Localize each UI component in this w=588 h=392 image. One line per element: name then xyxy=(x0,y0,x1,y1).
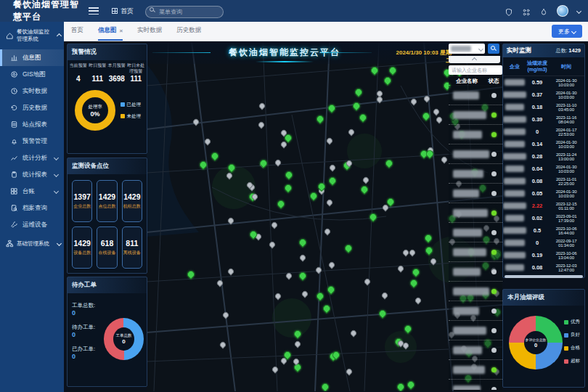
menu-search-input[interactable] xyxy=(145,6,224,18)
sidebar: 餐饮油烟监控管理系统 信息图GIS地图实时数据历史数据站点报表预警管理统计分析统… xyxy=(0,22,64,392)
close-icon[interactable]: × xyxy=(120,28,123,34)
enterprise-row[interactable] xyxy=(449,321,502,340)
sidebar-item-GIS地图[interactable]: GIS地图 xyxy=(0,66,64,83)
status-dot xyxy=(491,348,497,353)
horizontal-scrollbar[interactable] xyxy=(505,275,583,278)
enterprise-row[interactable] xyxy=(449,223,502,242)
enterprise-row[interactable] xyxy=(449,301,502,321)
alert-panel-title: 预警情况 xyxy=(68,44,147,60)
sidebar-item-站点报表[interactable]: 站点报表 xyxy=(0,116,64,133)
enterprise-row[interactable] xyxy=(449,164,502,184)
monitor-row[interactable]: 02024-01-17 22:53:00 xyxy=(503,126,584,138)
report-icon xyxy=(10,121,18,128)
enterprise-row[interactable] xyxy=(449,282,502,301)
legend-item: 合格 xyxy=(564,345,580,351)
tab-实时数据[interactable]: 实时数据 xyxy=(137,22,162,41)
monitor-row[interactable]: 0.142024-01-30 10:03:00 xyxy=(503,138,584,150)
enterprise-row[interactable] xyxy=(449,380,502,390)
enterprise-row[interactable] xyxy=(449,184,502,203)
chevron-down-icon[interactable] xyxy=(576,8,581,13)
workorder-panel: 待办工单 工单总数:0待办工单:0已办工单:0 工单总数 0 xyxy=(67,277,147,387)
monitor-row[interactable]: 0.082023-12-03 12:47:00 xyxy=(503,261,584,274)
workorder-stat: 工单总数:0 xyxy=(72,298,104,317)
blurred-company-name xyxy=(504,178,526,184)
enterprise-search-button[interactable] xyxy=(488,44,499,54)
status-dot xyxy=(491,289,497,294)
sidebar-item-档案查询[interactable]: 档案查询 xyxy=(0,200,64,216)
enterprise-row[interactable] xyxy=(449,144,502,164)
legend-item: 未处理 xyxy=(121,113,142,120)
apps-icon[interactable] xyxy=(522,7,531,15)
tab-信息图[interactable]: 信息图× xyxy=(98,22,123,41)
blurred-company-name xyxy=(503,153,526,160)
compass-icon xyxy=(10,70,18,78)
legend-item: 良好 xyxy=(564,332,580,338)
monitor-row[interactable]: 0.182023-11-10 03:45:00 xyxy=(503,101,584,113)
chevron-down-icon xyxy=(54,189,59,194)
grid-icon xyxy=(112,8,118,14)
app-root: 餐饮油烟管理智慧平台 首页 餐饮油烟监控管理系统 信息图GIS地图实时数据历史数… xyxy=(0,0,588,392)
notification-icon[interactable] xyxy=(539,7,548,15)
workorder-stat: 已办工单:0 xyxy=(72,341,104,360)
sidebar-item-预警管理[interactable]: 预警管理 xyxy=(0,133,64,150)
monitor-row[interactable]: 0.52023-10-06 16:44:00 xyxy=(503,224,584,237)
tab-首页[interactable]: 首页 xyxy=(71,22,83,41)
alert-panel: 预警情况 当前预警4昨日预警111本月预警3698昨日未处理预警111 处理率 … xyxy=(67,44,147,154)
chevron-down-icon xyxy=(57,241,62,246)
enterprise-row[interactable] xyxy=(449,125,502,144)
menu-toggle-icon[interactable] xyxy=(89,7,99,15)
tabbar: 首页信息图×实时数据历史数据 更多 xyxy=(64,22,588,41)
enterprise-row[interactable] xyxy=(449,262,502,282)
tab-历史数据[interactable]: 历史数据 xyxy=(176,22,201,41)
rating-panel-title: 本月油烟评级 xyxy=(503,290,584,306)
device-panel: 监测设备点位 1397企业总数1429点位总数1429机组总数1429设备总数6… xyxy=(67,158,147,274)
sidebar-item-台账[interactable]: 台账 xyxy=(0,183,64,200)
topbar-home-tab[interactable]: 首页 xyxy=(112,7,134,16)
status-dot xyxy=(491,171,497,176)
enterprise-select[interactable] xyxy=(449,44,485,54)
enterprise-name-input[interactable] xyxy=(449,65,502,75)
enterprise-row[interactable] xyxy=(449,360,502,380)
monitor-row[interactable]: 0.372024-01-30 10:03:00 xyxy=(503,89,584,101)
blurred-company-name xyxy=(453,385,481,391)
monitor-row[interactable]: 0.082023-11-01 22:25:00 xyxy=(503,175,584,187)
list-collapse-toggle[interactable] xyxy=(449,56,500,63)
enterprise-row[interactable] xyxy=(449,242,502,262)
monitor-row[interactable]: 0.392023-11-16 08:04:00 xyxy=(503,113,584,126)
monitor-row[interactable]: 0.022023-09-01 17:39:00 xyxy=(503,212,584,224)
monitor-row[interactable]: 0.042024-01-30 10:03:00 xyxy=(503,163,584,175)
enterprise-row[interactable] xyxy=(449,340,502,360)
monitor-row[interactable]: 0.592024-01-30 10:03:00 xyxy=(503,76,584,89)
blurred-company-name xyxy=(453,229,482,237)
enterprise-row[interactable] xyxy=(449,86,502,105)
status-dot xyxy=(491,328,497,333)
sidebar-item-信息图[interactable]: 信息图 xyxy=(0,49,64,66)
rating-donut-chart: 参评企业总数 0 xyxy=(509,316,563,369)
sidebar-item-实时数据[interactable]: 实时数据 xyxy=(0,83,64,99)
workorder-donut-chart: 工单总数 0 xyxy=(104,318,144,360)
monitor-row[interactable]: 0.052024-01-30 10:03:00 xyxy=(503,187,584,200)
sidebar-section-base-system[interactable]: 基础管理系统 xyxy=(0,233,64,254)
monitor-total: 总数: 1429 xyxy=(555,47,581,54)
more-button[interactable]: 更多 xyxy=(552,25,582,38)
sidebar-item-统计报表[interactable]: 统计报表 xyxy=(0,166,64,183)
sidebar-item-统计分析[interactable]: 统计分析 xyxy=(0,150,64,166)
monitor-row[interactable]: 2.222023-12-15 01:11:00 xyxy=(503,200,584,212)
history-icon xyxy=(10,104,18,112)
monitor-row[interactable]: 0.282023-11-24 13:00:00 xyxy=(503,150,584,163)
main-area: 首页信息图×实时数据历史数据 更多 xyxy=(64,22,588,392)
avatar[interactable] xyxy=(557,5,568,17)
status-dot xyxy=(491,269,497,274)
monitor-row[interactable]: 0.192023-10-06 13:04:00 xyxy=(503,249,584,261)
alert-stat: 昨日预警111 xyxy=(89,63,107,83)
home-icon xyxy=(6,32,14,40)
alert-donut-chart: 处理率 0% xyxy=(75,90,115,131)
sidebar-item-历史数据[interactable]: 历史数据 xyxy=(0,99,64,116)
monitor-row[interactable]: 02022-09-17 01:34:00 xyxy=(503,237,584,249)
enterprise-row[interactable] xyxy=(449,203,502,223)
enterprise-row[interactable] xyxy=(449,105,502,125)
status-dot xyxy=(491,132,497,137)
sidebar-item-运维设备[interactable]: 运维设备 xyxy=(0,216,64,233)
theme-icon[interactable] xyxy=(505,7,513,15)
sidebar-section-monitoring[interactable]: 餐饮油烟监控管理系统 xyxy=(0,22,64,49)
